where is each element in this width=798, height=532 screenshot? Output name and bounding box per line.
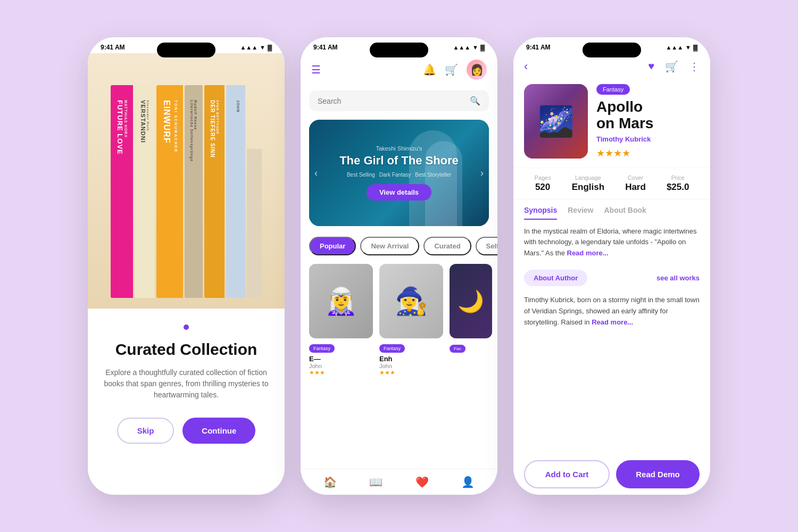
hero-tags: Best Selling Dark Fantasy Best Storytell… bbox=[347, 172, 451, 178]
books-icon: 📖 bbox=[369, 476, 383, 488]
book-6: JOHN bbox=[226, 85, 245, 298]
book-detail-author: Timothy Kubrick bbox=[596, 135, 700, 143]
hero-next-icon[interactable]: › bbox=[480, 168, 484, 179]
back-icon[interactable]: ‹ bbox=[524, 60, 528, 73]
book-cover-1: 🧝‍♀️ bbox=[309, 264, 373, 338]
skip-button[interactable]: Skip bbox=[117, 418, 174, 444]
book-card-2[interactable]: 🧙‍♀️ Fantasy Enh John ★★★ bbox=[379, 264, 443, 376]
category-tabs: Popular New Arrival Curated Self Develop bbox=[301, 230, 497, 262]
genre-badge: Fantasy bbox=[596, 84, 630, 95]
hero-tag-3: Best Storyteller bbox=[415, 172, 451, 178]
heart-icon: ❤️ bbox=[415, 476, 429, 488]
status-icons-1: ▲▲▲ ▼ ▓ bbox=[240, 44, 272, 51]
author-read-more[interactable]: Read more... bbox=[592, 318, 633, 326]
wifi-icon-3: ▼ bbox=[685, 44, 691, 51]
book-author-1: John bbox=[309, 363, 373, 369]
more-icon[interactable]: ⋮ bbox=[689, 60, 700, 73]
nav-home[interactable]: 🏠 bbox=[323, 476, 337, 488]
about-author-button[interactable]: About Author bbox=[524, 270, 587, 286]
view-details-button[interactable]: View details bbox=[367, 184, 431, 201]
time-1: 9:41 AM bbox=[101, 44, 125, 51]
tab-new-arrival[interactable]: New Arrival bbox=[360, 237, 419, 255]
page-indicator bbox=[184, 325, 189, 330]
book-card-1[interactable]: 🧝‍♀️ Fantasy E— John ★★★ bbox=[309, 264, 373, 376]
stat-price-label: Price bbox=[667, 174, 689, 181]
hero-overlay: Takeshi Shimizu's The Girl of The Shore … bbox=[309, 120, 489, 226]
book-card-3[interactable]: 🌙 Fan bbox=[450, 264, 492, 376]
book-stars-2: ★★★ bbox=[379, 369, 443, 376]
tab-self-develop[interactable]: Self Develop bbox=[476, 237, 497, 255]
status-icons-2: ▲▲▲ ▼ ▓ bbox=[453, 44, 485, 51]
onboard-buttons: Skip Continue bbox=[104, 418, 269, 444]
nav-profile[interactable]: 👤 bbox=[461, 476, 475, 488]
nav-favorites[interactable]: ❤️ bbox=[415, 476, 429, 488]
time-3: 9:41 AM bbox=[526, 44, 551, 51]
bottom-nav: 🏠 📖 ❤️ 👤 bbox=[301, 469, 497, 495]
signal-icon-3: ▲▲▲ bbox=[666, 44, 683, 51]
book-detail-info: Fantasy Apollo on Mars Timothy Kubrick ★… bbox=[596, 84, 700, 159]
home-icon: 🏠 bbox=[323, 476, 337, 488]
signal-icon-2: ▲▲▲ bbox=[453, 44, 470, 51]
book-2: Alexander Roth VERSTANDNI bbox=[135, 85, 155, 298]
cart-detail-icon[interactable]: 🛒 bbox=[665, 60, 678, 73]
author-bio-section: Timothy Kubrick, born on a stormy night … bbox=[513, 290, 710, 334]
status-icons-3: ▲▲▲ ▼ ▓ bbox=[666, 44, 697, 51]
tab-curated[interactable]: Curated bbox=[423, 237, 471, 255]
book-badge-2: Fantasy bbox=[379, 344, 405, 353]
book-author-2: John bbox=[379, 363, 443, 369]
add-to-cart-button[interactable]: Add to Cart bbox=[524, 460, 610, 488]
book-4: Rudolf Hesse Literarische Seitensprünge bbox=[185, 85, 203, 298]
signal-icon: ▲▲▲ bbox=[240, 44, 257, 51]
synopsis-section: In the mystical realm of Eldoria, where … bbox=[513, 220, 710, 265]
book-detail-top: 🌌 Fantasy Apollo on Mars Timothy Kubrick… bbox=[513, 80, 710, 168]
search-input[interactable] bbox=[318, 97, 466, 105]
stat-cover-value: Hard bbox=[625, 182, 646, 193]
phone-detail: 9:41 AM ▲▲▲ ▼ ▓ ‹ ♥ 🛒 ⋮ 🌌 bbox=[513, 37, 710, 495]
book-badge-1: Fantasy bbox=[309, 344, 335, 353]
menu-icon[interactable]: ☰ bbox=[311, 63, 321, 76]
book-detail-title: Apollo on Mars bbox=[596, 99, 700, 132]
book-cover-3: 🌙 bbox=[450, 264, 492, 338]
favorite-icon[interactable]: ♥ bbox=[648, 60, 654, 73]
see-all-works[interactable]: see all works bbox=[656, 274, 700, 282]
bell-icon[interactable]: 🔔 bbox=[423, 63, 436, 76]
onboard-title: Curated Collection bbox=[115, 340, 257, 359]
read-demo-button[interactable]: Read Demo bbox=[616, 460, 700, 488]
search-icon[interactable]: 🔍 bbox=[470, 96, 480, 106]
stat-pages: Pages 520 bbox=[535, 174, 551, 193]
hero-prev-icon[interactable]: ‹ bbox=[314, 168, 318, 179]
stat-cover: Cover Hard bbox=[625, 174, 646, 193]
book-title-1: E— bbox=[309, 355, 373, 363]
hero-banner: Takeshi Shimizu's The Girl of The Shore … bbox=[309, 120, 489, 226]
tab-review[interactable]: Review bbox=[568, 206, 593, 220]
tab-popular[interactable]: Popular bbox=[309, 237, 356, 255]
book-7 bbox=[247, 149, 262, 298]
stats-row: Pages 520 Language English Cover Hard Pr… bbox=[513, 168, 710, 200]
hero-tag-2: Dark Fantasy bbox=[379, 172, 411, 178]
book-stars-1: ★★★ bbox=[309, 369, 373, 376]
nav-books[interactable]: 📖 bbox=[369, 476, 383, 488]
continue-button[interactable]: Continue bbox=[182, 418, 255, 444]
book-badge-3: Fan bbox=[450, 345, 466, 353]
hero-tag-1: Best Selling bbox=[347, 172, 375, 178]
detail-tabs: Synopsis Review About Book bbox=[513, 200, 710, 220]
search-bar[interactable]: 🔍 bbox=[309, 90, 489, 111]
synopsis-read-more[interactable]: Read more... bbox=[567, 249, 609, 257]
stat-price: Price $25.0 bbox=[667, 174, 689, 193]
tab-synopsis[interactable]: Synopsis bbox=[524, 206, 557, 220]
books-shelf: MATTHIAS HORX FUTURE LOVE Alexander Roth… bbox=[111, 53, 262, 309]
notch-2 bbox=[370, 43, 428, 57]
books-grid: 🧝‍♀️ Fantasy E— John ★★★ 🧙‍♀️ Fanta bbox=[301, 262, 497, 378]
nav-right: 🔔 🛒 👩 bbox=[423, 60, 487, 80]
stat-pages-value: 520 bbox=[535, 182, 551, 193]
onboard-subtitle: Explore a thoughtfully curated collectio… bbox=[104, 367, 269, 401]
avatar[interactable]: 👩 bbox=[467, 60, 487, 80]
notch-3 bbox=[583, 43, 641, 57]
about-author-header: About Author see all works bbox=[513, 265, 710, 290]
cart-icon[interactable]: 🛒 bbox=[445, 63, 458, 76]
tab-about-book[interactable]: About Book bbox=[604, 206, 646, 220]
stat-pages-label: Pages bbox=[535, 174, 551, 181]
detail-action-icons: ♥ 🛒 ⋮ bbox=[648, 60, 700, 73]
synopsis-text: In the mystical realm of Eldoria, where … bbox=[524, 227, 696, 257]
battery-icon-3: ▓ bbox=[693, 44, 697, 51]
